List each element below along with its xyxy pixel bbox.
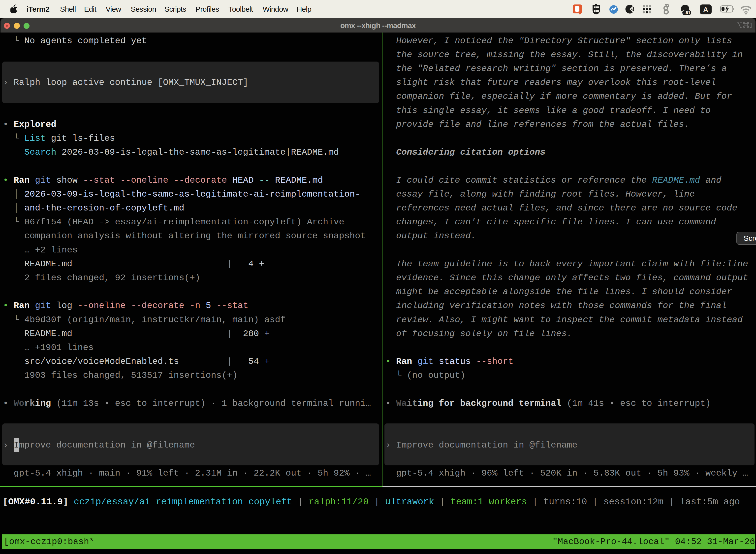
svg-text:..61: ..61	[683, 10, 690, 15]
svg-text:1: 1	[750, 22, 752, 29]
svg-text:A: A	[703, 6, 708, 13]
